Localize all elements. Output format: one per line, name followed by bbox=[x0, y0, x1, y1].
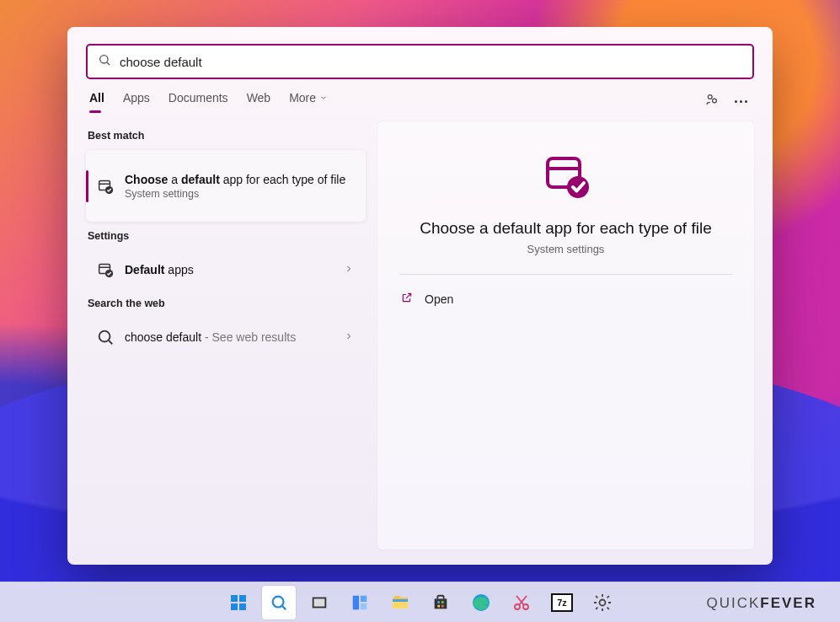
svg-point-35 bbox=[599, 599, 605, 605]
open-action[interactable]: Open bbox=[399, 288, 732, 309]
svg-rect-22 bbox=[360, 603, 366, 609]
chevron-right-icon bbox=[344, 262, 354, 277]
search-icon bbox=[98, 53, 111, 70]
watermark: QUICKFEVER bbox=[706, 595, 816, 612]
search-icon bbox=[96, 328, 115, 346]
tab-web[interactable]: Web bbox=[247, 91, 271, 111]
svg-point-3 bbox=[713, 99, 717, 103]
svg-point-16 bbox=[272, 596, 283, 607]
svg-rect-13 bbox=[239, 595, 246, 602]
result-default-apps[interactable]: Default apps bbox=[86, 250, 366, 289]
chat-icon[interactable] bbox=[704, 92, 720, 110]
svg-rect-19 bbox=[313, 598, 324, 606]
svg-rect-27 bbox=[441, 601, 443, 603]
preview-pane: Choose a default app for each type of fi… bbox=[377, 121, 754, 550]
svg-rect-21 bbox=[360, 595, 366, 601]
svg-rect-25 bbox=[434, 598, 447, 609]
search-input[interactable] bbox=[120, 55, 742, 69]
open-external-icon bbox=[401, 292, 413, 306]
svg-rect-29 bbox=[441, 604, 443, 607]
default-app-large-icon bbox=[539, 150, 593, 204]
section-settings: Settings bbox=[88, 230, 364, 242]
tab-more[interactable]: More bbox=[289, 91, 328, 111]
seven-zip-button[interactable]: 7z bbox=[545, 586, 579, 619]
svg-line-17 bbox=[282, 606, 286, 609]
section-search-web: Search the web bbox=[88, 298, 364, 309]
tab-apps[interactable]: Apps bbox=[123, 91, 150, 111]
edge-button[interactable] bbox=[464, 586, 498, 619]
svg-rect-20 bbox=[352, 595, 358, 609]
svg-rect-28 bbox=[437, 604, 440, 607]
search-bar[interactable] bbox=[86, 44, 754, 79]
svg-text:7z: 7z bbox=[557, 598, 567, 608]
file-explorer-button[interactable] bbox=[383, 586, 417, 619]
tab-documents[interactable]: Documents bbox=[169, 91, 228, 111]
default-app-icon bbox=[96, 177, 115, 196]
svg-point-0 bbox=[100, 56, 108, 63]
tab-all[interactable]: All bbox=[89, 91, 104, 111]
section-best-match: Best match bbox=[88, 130, 364, 142]
default-app-icon bbox=[96, 260, 115, 279]
result-web-search[interactable]: choose default - See web results bbox=[86, 318, 366, 357]
widgets-button[interactable] bbox=[343, 586, 377, 619]
svg-rect-26 bbox=[437, 601, 440, 603]
start-button[interactable] bbox=[222, 586, 255, 619]
svg-line-9 bbox=[109, 340, 112, 344]
snipping-tool-button[interactable] bbox=[505, 586, 538, 619]
microsoft-store-button[interactable] bbox=[424, 586, 457, 619]
search-panel: All Apps Documents Web More Best match bbox=[67, 27, 773, 565]
svg-point-8 bbox=[99, 331, 110, 342]
svg-rect-15 bbox=[239, 603, 246, 610]
svg-line-1 bbox=[107, 62, 110, 65]
preview-title: Choose a default app for each type of fi… bbox=[420, 219, 711, 238]
settings-button[interactable] bbox=[586, 586, 619, 619]
preview-subtitle: System settings bbox=[527, 243, 605, 255]
svg-rect-12 bbox=[231, 595, 238, 602]
svg-rect-24 bbox=[393, 599, 408, 602]
more-options-icon[interactable] bbox=[735, 100, 747, 103]
taskbar-search-button[interactable] bbox=[262, 586, 296, 619]
svg-rect-14 bbox=[231, 603, 238, 610]
results-column: Best match Choose a default app for each… bbox=[86, 121, 366, 550]
svg-point-2 bbox=[708, 95, 712, 99]
divider bbox=[399, 274, 732, 275]
chevron-right-icon bbox=[344, 330, 354, 345]
filter-tabs: All Apps Documents Web More bbox=[86, 91, 754, 111]
task-view-button[interactable] bbox=[302, 586, 336, 619]
result-best-match[interactable]: Choose a default app for each type of fi… bbox=[86, 150, 366, 222]
